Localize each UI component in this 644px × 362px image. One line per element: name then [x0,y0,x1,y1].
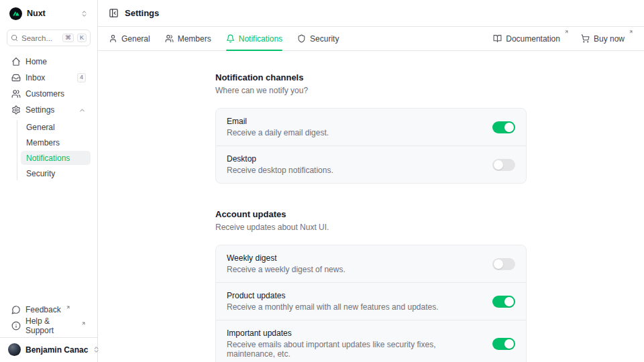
tab-label: Security [310,34,339,44]
tab-members[interactable]: Members [165,27,211,50]
setting-title: Important updates [227,328,482,338]
user-name: Benjamin Canac [25,345,88,355]
gear-icon [11,105,21,115]
sidebar-subitem-label: General [26,123,55,132]
setting-row-desktop: Desktop Receive desktop notifications. [216,145,526,183]
section-account-updates: Account updates Receive updates about Nu… [215,209,527,362]
product-updates-toggle[interactable] [492,296,515,308]
shield-icon [297,34,306,43]
sidebar-item-security[interactable]: Security [21,166,91,180]
users-icon [11,89,21,99]
setting-text: Desktop Receive desktop notifications. [227,154,333,175]
sidebar-item-label: Settings [25,105,54,115]
setting-row-email: Email Receive a daily email digest. [216,109,526,145]
weekly-digest-toggle[interactable] [492,258,515,270]
section-title: Notification channels [215,72,527,82]
app-window: Nuxt Search... ⌘ K Home [0,0,644,362]
sidebar-item-home[interactable]: Home [7,54,91,69]
users-icon [165,34,174,43]
panel-left-close-icon[interactable] [109,8,119,18]
tab-security[interactable]: Security [297,27,339,50]
bell-icon [226,34,235,43]
tabs: General Members Notifications [109,27,339,50]
page-header: Settings [98,0,644,27]
documentation-link[interactable]: Documentation [493,27,569,50]
sidebar-item-customers[interactable]: Customers [7,86,91,101]
workspace-switcher[interactable]: Nuxt [7,0,91,27]
sidebar-item-label: Inbox [25,73,45,82]
sidebar-item-inbox[interactable]: Inbox 4 [7,70,91,85]
chevrons-up-down-icon [80,10,88,17]
user-icon [109,34,117,43]
avatar [8,343,21,356]
section-title: Account updates [215,209,527,219]
book-open-icon [493,34,502,43]
setting-title: Product updates [227,291,439,300]
tabbar: General Members Notifications [98,27,644,51]
sidebar: Nuxt Search... ⌘ K Home [0,0,98,362]
settings-container: Notification channels Where can we notif… [215,72,527,362]
kbd-k: K [77,34,87,43]
section-description: Receive updates about Nuxt UI. [215,223,527,232]
sidebar-subitem-label: Members [26,138,60,147]
tab-actions: Documentation Buy now [493,27,633,50]
chevron-up-icon [78,107,86,114]
sidebar-subitem-label: Notifications [26,154,70,163]
setting-text: Weekly digest Receive a weekly digest of… [227,253,345,274]
home-icon [11,57,21,66]
footer-link-label: Help & Support [25,316,76,335]
setting-row-important-updates: Important updates Receive emails about i… [216,320,526,362]
setting-title: Weekly digest [227,253,345,263]
workspace-name: Nuxt [27,9,46,18]
setting-title: Desktop [227,154,333,164]
setting-text: Important updates Receive emails about i… [227,328,482,359]
sidebar-item-label: Home [25,57,47,66]
desktop-toggle[interactable] [492,159,515,171]
inbox-icon [11,73,21,82]
sidebar-nav: Home Inbox 4 Customers Settings [7,54,91,180]
settings-card: Weekly digest Receive a weekly digest of… [215,245,527,362]
sidebar-item-label: Customers [25,89,64,99]
page-title: Settings [125,8,159,18]
setting-description: Receive a daily email digest. [227,128,329,137]
tab-notifications[interactable]: Notifications [226,27,282,50]
tab-label: Members [178,34,211,44]
feedback-link[interactable]: Feedback [7,302,91,317]
speech-bubble-icon [11,305,21,314]
user-menu[interactable]: Benjamin Canac [0,337,97,362]
setting-row-product-updates: Product updates Receive a monthly email … [216,282,526,320]
setting-description: Receive emails about important updates l… [227,340,482,359]
action-label: Documentation [506,34,560,44]
kbd-meta: ⌘ [62,34,74,43]
shopping-cart-icon [581,34,590,43]
setting-description: Receive desktop notifications. [227,166,333,175]
sidebar-subitem-label: Security [26,169,55,178]
setting-row-weekly-digest: Weekly digest Receive a weekly digest of… [216,245,526,282]
help-support-link[interactable]: Help & Support [7,318,91,333]
sidebar-item-general[interactable]: General [21,120,91,134]
external-link-icon [81,321,86,326]
search-icon [11,34,18,42]
sidebar-item-members[interactable]: Members [21,135,91,149]
external-link-icon [629,29,633,34]
buy-now-link[interactable]: Buy now [581,27,633,50]
nuxt-logo-icon [9,7,22,20]
main-panel: Settings General Members [98,0,644,362]
email-toggle[interactable] [492,121,515,133]
section-notification-channels: Notification channels Where can we notif… [215,72,527,184]
section-description: Where can we notify you? [215,86,527,95]
search-input[interactable]: Search... ⌘ K [7,29,91,46]
setting-title: Email [227,117,329,126]
footer-link-label: Feedback [25,305,61,314]
setting-text: Email Receive a daily email digest. [227,117,329,137]
sidebar-footer: Feedback Help & Support [7,302,91,337]
settings-subnav: General Members Notifications Security [17,120,91,180]
sidebar-item-notifications[interactable]: Notifications [21,151,91,165]
tab-general[interactable]: General [109,27,150,50]
setting-description: Receive a weekly digest of news. [227,265,345,274]
important-updates-toggle[interactable] [492,338,515,350]
sidebar-item-settings[interactable]: Settings [7,103,91,117]
tab-label: General [121,34,150,44]
content-area: Notification channels Where can we notif… [98,51,644,362]
settings-card: Email Receive a daily email digest. Desk… [215,108,527,184]
